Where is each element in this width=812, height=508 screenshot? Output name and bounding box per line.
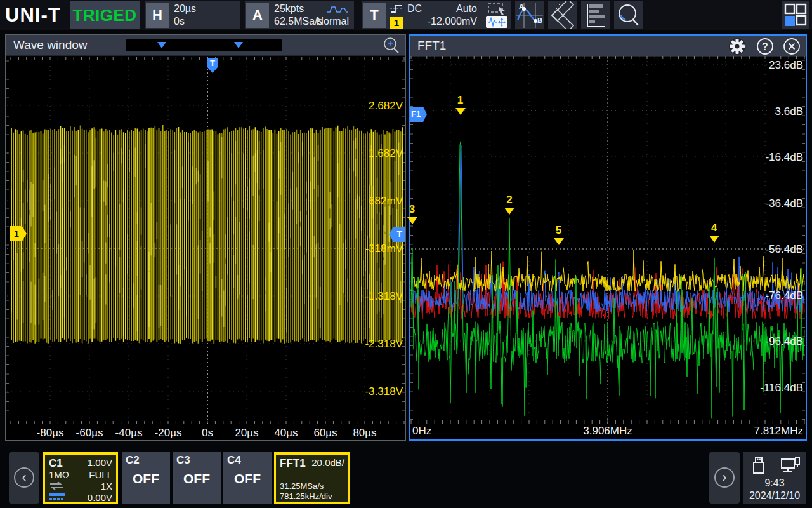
c1-bandwidth: FULL	[89, 469, 112, 480]
c1-dc-coupling-icon	[49, 492, 65, 501]
trigger-mode-value: Auto	[456, 3, 477, 15]
zoom-region-bar[interactable]	[126, 39, 282, 51]
measure-list-icon	[581, 1, 610, 29]
voltage-label: -2.318V	[365, 338, 403, 350]
db-label: -76.4dB	[765, 290, 803, 302]
db-label: -36.4dB	[765, 197, 803, 210]
channel1-card[interactable]: C11.00V 1MΩFULL 1X 0.00V	[43, 452, 118, 504]
fft-peak-marker[interactable]	[709, 236, 719, 243]
search-magnifier-icon	[614, 1, 643, 29]
cursor-ab-icon: A B	[515, 1, 544, 29]
fft1-card[interactable]: FFT120.0dB/ 31.25MSa/s 781.25kHz/div	[274, 452, 350, 504]
c3-name: C3	[176, 454, 190, 467]
c1-impedance: 1MΩ	[49, 469, 69, 480]
clock-date: 2024/12/10	[743, 490, 806, 502]
fft-peak-marker-label: 4	[711, 222, 717, 234]
time-label: -80µs	[37, 427, 64, 439]
cursor-measure-button[interactable]: A B	[515, 1, 544, 29]
fft-peak-marker[interactable]	[455, 108, 466, 115]
measure-list-button[interactable]	[581, 1, 610, 29]
fft1-scale: 20.0dB/	[311, 457, 344, 468]
fft-peak-marker[interactable]	[554, 238, 564, 245]
c1-scale: 1.00V	[88, 457, 112, 468]
time-label: -20µs	[155, 427, 182, 439]
fft-plot: 23.6dB3.6dB-16.4dB-36.4dB-56.4dB-76.4dB-…	[410, 55, 806, 439]
zoom-region-left-handle[interactable]	[157, 42, 166, 48]
c4-name: C4	[227, 454, 241, 467]
channel3-card[interactable]: C3 OFF	[173, 452, 221, 504]
voltage-label: -3.318V	[365, 385, 403, 398]
waveform-select-move-button[interactable]	[482, 1, 511, 29]
c1-invert-icon	[49, 481, 64, 491]
c1-name: C1	[49, 457, 63, 470]
wave-plot: 2.682V1.682V682mV-318mV-1.318V-2.318V-3.…	[6, 56, 405, 440]
c2-state: OFF	[122, 471, 170, 486]
fft-peak-marker-label: 1	[457, 94, 463, 107]
c4-state: OFF	[223, 471, 272, 486]
svg-text:?: ?	[762, 41, 768, 52]
db-label: -116.4dB	[760, 382, 803, 394]
voltage-label: 682mV	[369, 195, 403, 207]
fft1-resolution: 781.25kHz/div	[280, 491, 332, 501]
wave-window-header[interactable]: Wave window	[6, 35, 405, 56]
trigger-level-value: -12.000mV	[428, 16, 477, 27]
trigger-panel[interactable]: T DC Auto 1 -12.000mV	[362, 1, 482, 29]
fft-peak-marker-label: 2	[506, 194, 512, 206]
fft1-name: FFT1	[280, 457, 306, 470]
channel-bar-prev-button[interactable]: ‹	[9, 452, 39, 504]
zoom-region-right-handle[interactable]	[234, 42, 243, 48]
time-label: 40µs	[274, 427, 298, 439]
wave-window[interactable]: Wave window 2.682V1.682V682mV-318mV-1.31…	[5, 34, 406, 441]
voltage-label: 2.682V	[369, 100, 403, 112]
time-label: -60µs	[76, 427, 103, 439]
trigger-edge-icon	[390, 3, 405, 15]
bottom-channel-bar: ‹ C11.00V 1MΩFULL 1X 0.00V C2 O	[0, 446, 812, 508]
fft-peak-marker-label: 5	[556, 224, 561, 237]
horizontal-panel[interactable]: H 20µs 0s	[145, 1, 240, 29]
c2-name: C2	[126, 454, 140, 467]
voltage-label: 1.682V	[369, 147, 403, 159]
trigger-source-badge: 1	[390, 17, 403, 29]
window-layout-button[interactable]	[782, 1, 809, 29]
channel2-card[interactable]: C2 OFF	[122, 452, 170, 504]
xy-mode-button[interactable]	[548, 1, 577, 29]
channel-bar-next-button[interactable]: ›	[709, 452, 740, 504]
top-toolbar: UNI-T TRIGED H 20µs 0s A 25kpts 62.5MSa/…	[0, 0, 812, 30]
freq-label: 3.906MHz	[583, 425, 632, 437]
fft-peak-marker[interactable]	[407, 217, 417, 224]
wave-window-title: Wave window	[13, 38, 88, 52]
search-button[interactable]	[614, 1, 643, 29]
fft-window-header[interactable]: FFT1 ?	[410, 36, 806, 57]
window-layout-icon	[782, 1, 809, 29]
xy-mode-icon	[548, 1, 577, 29]
fft-peak-marker[interactable]	[504, 208, 514, 215]
time-label: 0s	[202, 427, 213, 439]
freq-label: 0Hz	[412, 425, 431, 437]
channel4-card[interactable]: C4 OFF	[223, 452, 272, 504]
voltage-label: -1.318V	[365, 290, 403, 302]
svg-text:A: A	[519, 3, 524, 10]
fft-window[interactable]: FFT1 ? 23.6dB3.6	[409, 34, 807, 441]
trigger-key: T	[363, 3, 386, 28]
fft-close-icon[interactable]	[783, 37, 801, 55]
acquire-mode-value: Normal	[316, 16, 349, 27]
fft-window-title: FFT1	[417, 39, 446, 53]
c3-state: OFF	[173, 471, 221, 486]
brand-logo: UNI-T	[5, 4, 61, 27]
wave-zoom-icon[interactable]	[383, 37, 400, 55]
db-label: -96.4dB	[765, 335, 803, 347]
chevron-left-icon: ‹	[14, 467, 34, 488]
fft-settings-gear-icon[interactable]	[728, 37, 746, 55]
time-label: 80µs	[353, 427, 376, 439]
fft-peak-marker-label: 3	[409, 203, 415, 216]
acquire-panel[interactable]: A 25kpts 62.5MSa/s Normal	[245, 1, 354, 29]
db-label: 23.6dB	[769, 59, 803, 71]
time-label: 20µs	[235, 427, 258, 439]
c1-probe: 1X	[101, 481, 112, 491]
fft-help-icon[interactable]: ?	[756, 37, 774, 55]
time-label: -40µs	[115, 427, 143, 439]
fft1-sample-rate: 31.25MSa/s	[280, 481, 324, 491]
pc-connection-icon	[780, 457, 801, 475]
select-move-icon	[482, 1, 511, 29]
horizontal-key: H	[146, 3, 169, 28]
